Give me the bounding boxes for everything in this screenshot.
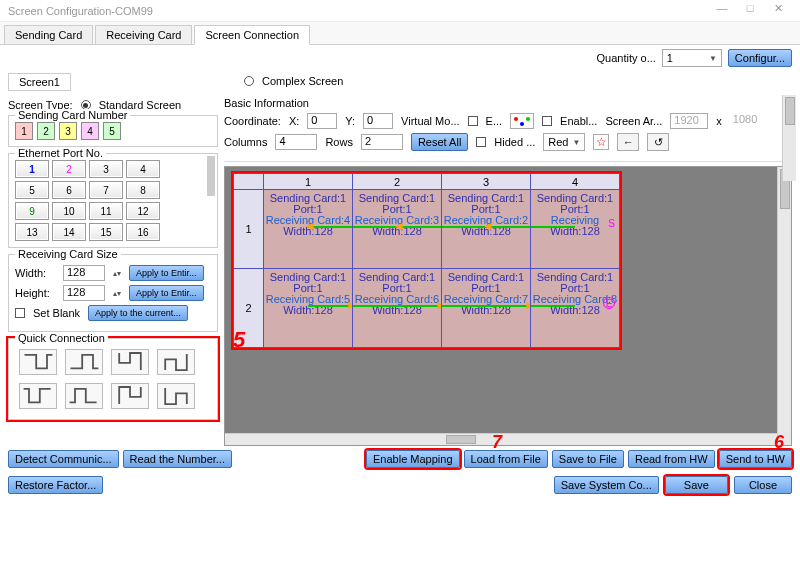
port-8[interactable]: 8	[126, 181, 160, 199]
read-from-hw-button[interactable]: Read from HW	[628, 450, 715, 468]
maximize-icon[interactable]: □	[736, 2, 764, 20]
quick-pattern-7[interactable]	[111, 383, 149, 409]
width-input[interactable]: 128	[63, 265, 105, 281]
save-to-file-button[interactable]: Save to File	[552, 450, 624, 468]
screen-h: 1080	[730, 113, 768, 129]
port-10[interactable]: 10	[52, 202, 86, 220]
mapping-canvas[interactable]: 1 2 3 4 1 Sending Card:1Port:1 Receiving…	[224, 166, 792, 446]
receiving-card-grid[interactable]: 1 2 3 4 1 Sending Card:1Port:1 Receiving…	[231, 171, 622, 350]
apply-entire-height-button[interactable]: Apply to Entir...	[129, 285, 204, 301]
quick-pattern-6[interactable]	[65, 383, 103, 409]
configure-button[interactable]: Configur...	[728, 49, 792, 67]
port-16[interactable]: 16	[126, 223, 160, 241]
basic-title: Basic Information	[224, 97, 792, 109]
tab-sending-card[interactable]: Sending Card	[4, 25, 93, 45]
port-1[interactable]: 1	[15, 160, 49, 178]
quantity-select[interactable]: 1▼	[662, 49, 722, 67]
undo-icon[interactable]: ↺	[647, 133, 669, 151]
sendcard-2[interactable]: 2	[37, 122, 55, 140]
height-input[interactable]: 128	[63, 285, 105, 301]
back-icon[interactable]: ←	[617, 133, 639, 151]
sendcard-5[interactable]: 5	[103, 122, 121, 140]
enable-checkbox[interactable]	[542, 116, 552, 126]
apply-current-button[interactable]: Apply to the current...	[88, 305, 188, 321]
tab-screen1[interactable]: Screen1	[8, 73, 71, 91]
ports-scrollbar[interactable]	[205, 154, 217, 247]
minimize-icon[interactable]: —	[708, 2, 736, 20]
port-15[interactable]: 15	[89, 223, 123, 241]
quick-pattern-5[interactable]	[19, 383, 57, 409]
main-area: Screen Type: Standard Screen Sending Car…	[0, 91, 800, 446]
sendcard-3[interactable]: 3	[59, 122, 77, 140]
grid-cell-1-4[interactable]: Sending Card:1Port:1 ReceivingWidth:128 …	[531, 190, 619, 268]
quick-pattern-3[interactable]	[111, 349, 149, 375]
quick-pattern-8[interactable]	[157, 383, 195, 409]
coord-y-input[interactable]: 0	[363, 113, 393, 129]
sendcard-1[interactable]: 1	[15, 122, 33, 140]
tab-screen-connection[interactable]: Screen Connection	[194, 25, 310, 45]
footer-row-2: Restore Factor... Save System Co... Save…	[0, 472, 800, 498]
color-swatch[interactable]	[510, 113, 534, 129]
receiving-card-size-group: Receiving Card Size Width: 128 ▴▾ Apply …	[8, 254, 218, 332]
sending-card-number-group: Sending Card Number 1 2 3 4 5	[8, 115, 218, 147]
spinner-icon[interactable]: ▴▾	[113, 289, 121, 298]
port-6[interactable]: 6	[52, 181, 86, 199]
enable-mapping-button[interactable]: Enable Mapping	[366, 450, 460, 468]
grid-cell-1-2[interactable]: Sending Card:1Port:1 Receiving Card:3Wid…	[353, 190, 441, 268]
port-3[interactable]: 3	[89, 160, 123, 178]
chevron-down-icon: ▼	[709, 54, 717, 63]
restore-factory-button[interactable]: Restore Factor...	[8, 476, 103, 494]
grid-cell-2-2[interactable]: Sending Card:1Port:1 Receiving Card:6Wid…	[353, 269, 441, 347]
spinner-icon[interactable]: ▴▾	[113, 269, 121, 278]
e-checkbox[interactable]	[468, 116, 478, 126]
port-9[interactable]: 9	[15, 202, 49, 220]
radio-complex[interactable]	[244, 76, 254, 86]
sendcard-4[interactable]: 4	[81, 122, 99, 140]
rows-input[interactable]: 2	[361, 134, 403, 150]
canvas-vscroll[interactable]	[777, 167, 791, 445]
basic-info: Basic Information Coordinate: X: 0 Y: 0 …	[224, 95, 792, 162]
grid-cell-1-1[interactable]: Sending Card:1Port:1 Receiving Card:4Wid…	[264, 190, 352, 268]
load-from-file-button[interactable]: Load from File	[464, 450, 548, 468]
grid-cell-2-1[interactable]: Sending Card:1Port:1 Receiving Card:5Wid…	[264, 269, 352, 347]
port-11[interactable]: 11	[89, 202, 123, 220]
quantity-toolbar: Quantity o... 1▼ Configur...	[0, 45, 800, 71]
callout-6: 6	[774, 432, 784, 453]
port-7[interactable]: 7	[89, 181, 123, 199]
close-icon[interactable]: ✕	[764, 2, 792, 20]
columns-input[interactable]: 4	[275, 134, 317, 150]
port-2[interactable]: 2	[52, 160, 86, 178]
port-13[interactable]: 13	[15, 223, 49, 241]
grid-cell-2-4[interactable]: Sending Card:1Port:1 Receiving Card:8Wid…	[531, 269, 619, 347]
star-icon[interactable]: ☆	[593, 134, 609, 150]
grid-cell-1-3[interactable]: Sending Card:1Port:1 Receiving Card:2Wid…	[442, 190, 530, 268]
right-panel: Complex Screen Basic Information Coordin…	[224, 95, 792, 446]
quick-connection-group: Quick Connection	[8, 338, 218, 420]
apply-entire-width-button[interactable]: Apply to Entir...	[129, 265, 204, 281]
set-blank-checkbox[interactable]	[15, 308, 25, 318]
port-4[interactable]: 4	[126, 160, 160, 178]
basic-scroll[interactable]	[782, 95, 796, 181]
save-system-config-button[interactable]: Save System Co...	[554, 476, 659, 494]
grid-cell-2-3[interactable]: Sending Card:1Port:1 Receiving Card:7Wid…	[442, 269, 530, 347]
quick-pattern-2[interactable]	[65, 349, 103, 375]
hided-checkbox[interactable]	[476, 137, 486, 147]
coord-x-input[interactable]: 0	[307, 113, 337, 129]
callout-5: 5	[233, 327, 245, 353]
screen-w: 1920	[670, 113, 708, 129]
quick-pattern-1[interactable]	[19, 349, 57, 375]
read-number-button[interactable]: Read the Number...	[123, 450, 232, 468]
port-12[interactable]: 12	[126, 202, 160, 220]
save-button[interactable]: Save	[665, 476, 728, 494]
reset-all-button[interactable]: Reset All	[411, 133, 468, 151]
color-select[interactable]: Red▼	[543, 133, 585, 151]
close-button[interactable]: Close	[734, 476, 792, 494]
titlebar: Screen Configuration-COM99 — □ ✕	[0, 0, 800, 22]
port-14[interactable]: 14	[52, 223, 86, 241]
left-panel: Screen Type: Standard Screen Sending Car…	[8, 95, 218, 446]
callout-7: 7	[492, 432, 502, 453]
quick-pattern-4[interactable]	[157, 349, 195, 375]
port-5[interactable]: 5	[15, 181, 49, 199]
tab-receiving-card[interactable]: Receiving Card	[95, 25, 192, 45]
detect-communic-button[interactable]: Detect Communic...	[8, 450, 119, 468]
